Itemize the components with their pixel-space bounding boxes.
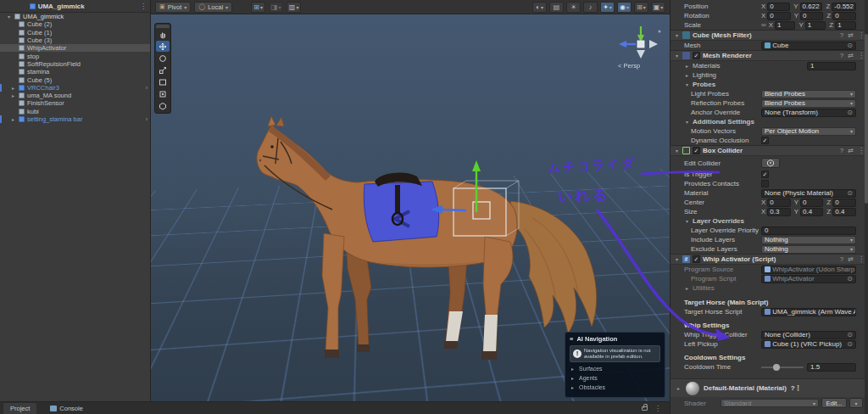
inspector-scrollbar[interactable] <box>865 0 868 414</box>
collider-wireframe[interactable] <box>453 188 506 236</box>
kebab-menu-icon[interactable]: ⋮ <box>858 31 865 39</box>
target-horse-script-field[interactable]: UMA_gimmick (Arm Wave Accelerat⊙ <box>761 308 856 316</box>
rotation-z-field[interactable]: 0 <box>832 12 856 20</box>
rotate-tool-button[interactable] <box>156 53 170 64</box>
chevron-down-icon[interactable]: ▾ <box>674 256 680 262</box>
preset-icon[interactable]: ⇄ <box>848 31 854 39</box>
is-trigger-checkbox[interactable]: ✓ <box>761 171 769 178</box>
transform-tool-button[interactable] <box>156 88 170 99</box>
left-pickup-field[interactable]: Cube (1) (VRC Pickup)⊙ <box>761 340 856 349</box>
scrollbar-thumb[interactable] <box>865 34 868 204</box>
motion-vectors-dropdown[interactable]: Per Object Motion▾ <box>761 127 856 136</box>
scene-viewport[interactable]: ≡ AI Navigation ! Navigation visualizati… <box>151 14 670 401</box>
scene-lighting-toggle[interactable]: ☀ <box>566 2 581 13</box>
axis-orientation-gizmo[interactable] <box>619 26 661 59</box>
object-picker-icon[interactable]: ⊙ <box>847 189 853 197</box>
component-enabled-checkbox[interactable]: ✓ <box>693 147 700 154</box>
chevron-right-icon[interactable]: ▸ <box>570 366 576 372</box>
chevron-down-icon[interactable]: ▾ <box>674 148 680 154</box>
light-probes-dropdown[interactable]: Blend Probes▾ <box>761 90 856 98</box>
grid-visibility-dropdown[interactable]: ⊞▾ <box>634 2 648 13</box>
slider-track[interactable] <box>761 366 804 368</box>
edit-collider-button[interactable] <box>761 158 780 168</box>
handle-rotation-dropdown[interactable]: ◯ Local ▾ <box>194 2 232 13</box>
expand-arrow-icon[interactable]: ▸ <box>10 92 16 98</box>
sidebar-item-stamina[interactable]: stamina <box>0 68 150 76</box>
sidebar-item-cube2[interactable]: Cube (2) <box>0 20 150 28</box>
x-axis-arrow[interactable] <box>619 41 626 48</box>
scale-tool-button[interactable] <box>156 64 170 76</box>
snap-increment-dropdown[interactable]: ◨▾ <box>269 2 283 13</box>
whip-trigger-collider-field[interactable]: None (Collider)⊙ <box>761 331 856 339</box>
horse-model[interactable] <box>257 116 597 360</box>
component-enabled-checkbox[interactable]: ✓ <box>693 52 700 59</box>
size-y-field[interactable]: 0.4 <box>800 208 823 216</box>
mesh-renderer-header[interactable]: ▾ ✓ Mesh Renderer ?⇄⋮ <box>670 50 868 61</box>
sidebar-item-whipactivator-selected[interactable]: WhipActivator <box>0 44 150 52</box>
chevron-right-icon[interactable]: ▸ <box>676 385 682 391</box>
mesh-object-field[interactable]: Cube⊙ <box>761 42 856 50</box>
material-header[interactable]: ▸ Default-Material (Material) ?⋮ <box>670 378 868 397</box>
chevron-down-icon[interactable]: ▾ <box>674 53 680 59</box>
help-icon[interactable]: ? <box>840 52 843 59</box>
sidebar-item-setting-stamina-bar[interactable]: ▸ setting_stamina bar › <box>0 115 150 123</box>
axis-center-cube[interactable] <box>637 41 644 48</box>
scale-x-field[interactable]: 1 <box>775 21 795 30</box>
link-scale-icon[interactable]: ∞ <box>761 21 766 29</box>
mesh-filter-header[interactable]: ▾ Cube (Mesh Filter) ?⇄⋮ <box>670 30 868 41</box>
size-z-field[interactable]: 0.4 <box>832 208 856 216</box>
reflection-probes-dropdown[interactable]: Blend Probes▾ <box>761 99 856 108</box>
sidebar-item-stop[interactable]: stop <box>0 52 150 59</box>
expand-arrow-icon[interactable]: ▸ <box>10 116 16 122</box>
object-picker-icon[interactable]: ⊙ <box>847 340 853 348</box>
anchor-override-field[interactable]: None (Transform)⊙ <box>761 109 856 117</box>
expand-arrow-icon[interactable]: ▾ <box>6 14 12 20</box>
physic-material-field[interactable]: None (Physic Material)⊙ <box>761 189 856 198</box>
tab-project[interactable]: Project <box>3 403 36 414</box>
position-z-field[interactable]: -0.552 <box>832 3 856 11</box>
chevron-right-icon[interactable]: ▸ <box>684 285 690 291</box>
sidebar-item-uma-ma-sound[interactable]: ▸ uma_MA sound <box>0 92 150 99</box>
cooldown-time-value-field[interactable]: 1.5 <box>807 363 856 372</box>
sidebar-item-kubi[interactable]: kubi <box>0 108 150 115</box>
obstacles-foldout[interactable]: ▸ Obstacles <box>570 384 660 390</box>
rect-tool-button[interactable] <box>156 76 170 87</box>
center-y-field[interactable]: 0 <box>800 199 823 207</box>
chevron-right-icon[interactable]: ▸ <box>684 63 690 69</box>
dynamic-occlusion-checkbox[interactable]: ✓ <box>761 137 769 144</box>
whip-activator-header[interactable]: ▾ # ✓ Whip Activator (Script) ?⇄⋮ <box>670 254 868 265</box>
help-icon[interactable]: ? <box>840 255 843 263</box>
chevron-right-icon[interactable]: ▸ <box>570 384 576 390</box>
cooldown-time-slider[interactable]: 1.5 <box>761 363 856 372</box>
surfaces-foldout[interactable]: ▸ Surfaces <box>570 366 660 372</box>
perspective-label[interactable]: < Persp <box>618 62 640 70</box>
size-x-field[interactable]: 0.3 <box>767 208 790 216</box>
effects-dropdown[interactable]: ✦▾ <box>600 2 615 13</box>
open-prefab-icon[interactable]: › <box>146 85 147 91</box>
kebab-menu-icon[interactable]: ⋮ <box>858 147 865 154</box>
overlay-drag-handle[interactable] <box>156 25 170 28</box>
preset-icon[interactable]: ⇄ <box>848 255 854 263</box>
drag-handle-icon[interactable]: ≡ <box>570 335 573 343</box>
include-layers-dropdown[interactable]: Nothing▾ <box>761 236 856 244</box>
object-picker-icon[interactable]: ⊙ <box>847 42 853 49</box>
move-tool-arrow-x[interactable] <box>441 210 466 210</box>
sidebar-item-cube5[interactable]: Cube (5) <box>0 76 150 83</box>
pivot-dropdown[interactable]: ▣ Pivot ▾ <box>155 2 191 13</box>
scene-audio-toggle[interactable]: ♪ <box>583 2 598 13</box>
object-picker-icon[interactable]: ⊙ <box>847 109 853 116</box>
chevron-down-icon[interactable]: ▾ <box>684 81 690 87</box>
chevron-right-icon[interactable]: ▸ <box>570 375 576 381</box>
chevron-down-icon[interactable]: ▾ <box>684 218 690 224</box>
position-y-field[interactable]: 0.622 <box>800 3 823 11</box>
kebab-menu-icon[interactable]: ⋮ <box>140 3 147 10</box>
sidebar-item-softrepulsionfield[interactable]: SoftRepulsionField <box>0 60 150 68</box>
chevron-down-icon[interactable]: ▾ <box>674 32 680 38</box>
center-z-field[interactable]: 0 <box>832 199 856 207</box>
sidebar-item-finishsensor[interactable]: FinishSensor <box>0 99 150 107</box>
exclude-layers-dropdown[interactable]: Nothing▾ <box>761 245 856 254</box>
scene-visibility-dropdown[interactable]: ◉▾ <box>617 2 632 13</box>
sidebar-item-cube3[interactable]: Cube (3) <box>0 36 150 44</box>
sidebar-item-uma-gimmick[interactable]: ▾ UMA_gimmick <box>0 13 150 20</box>
edit-collider-tool-button[interactable] <box>156 100 170 111</box>
